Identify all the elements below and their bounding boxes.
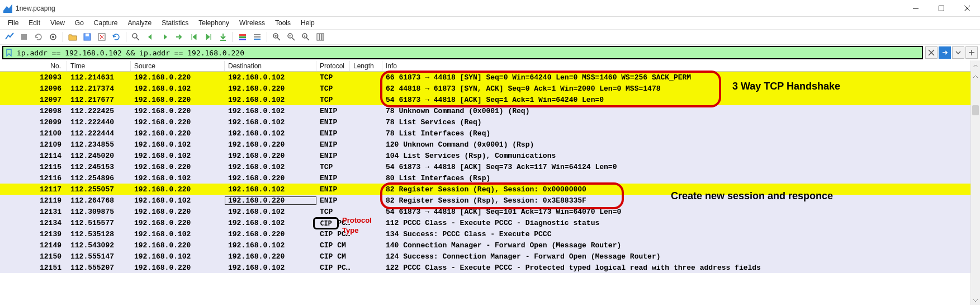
header-no[interactable]: No.: [0, 61, 67, 71]
menu-capture[interactable]: Capture: [89, 18, 122, 28]
go-back-icon[interactable]: [144, 31, 157, 43]
table-row[interactable]: 12117112.255057192.168.0.220192.168.0.10…: [0, 184, 980, 195]
svg-rect-4: [21, 34, 27, 40]
scroll-thumb[interactable]: [972, 105, 979, 115]
menu-edit[interactable]: Edit: [24, 18, 45, 28]
reload-icon[interactable]: [110, 31, 122, 43]
header-time[interactable]: Time: [67, 61, 131, 71]
zoom-reset-icon[interactable]: 1: [300, 31, 312, 43]
svg-rect-33: [322, 34, 324, 40]
table-row[interactable]: 12131112.309875192.168.0.220192.168.0.10…: [0, 206, 980, 217]
table-row[interactable]: 12114112.245020192.168.0.102192.168.0.22…: [0, 150, 980, 161]
table-row[interactable]: 12116112.254896192.168.0.102192.168.0.22…: [0, 172, 980, 184]
header-info[interactable]: Info: [382, 61, 980, 71]
filter-history-icon[interactable]: [952, 46, 964, 59]
colorize-icon[interactable]: [236, 31, 249, 43]
table-row[interactable]: 12115112.245153192.168.0.220192.168.0.10…: [0, 161, 980, 172]
go-forward-icon[interactable]: [159, 31, 171, 43]
start-capture-icon[interactable]: [3, 31, 16, 43]
app-icon: [3, 4, 12, 13]
menu-help[interactable]: Help: [296, 18, 319, 28]
svg-rect-20: [254, 39, 261, 40]
save-file-icon[interactable]: [81, 31, 93, 43]
go-to-packet-icon[interactable]: [173, 31, 186, 43]
table-row[interactable]: 12109112.234855192.168.0.102192.168.0.22…: [0, 139, 980, 150]
toolbar: 1: [0, 29, 980, 45]
titlebar: 1new.pcapng: [0, 0, 980, 17]
svg-rect-17: [239, 39, 246, 40]
svg-rect-8: [86, 34, 89, 36]
close-file-icon[interactable]: [96, 31, 108, 43]
table-row[interactable]: 12100112.222444192.168.0.220192.168.0.10…: [0, 128, 980, 139]
clear-filter-icon[interactable]: [925, 46, 938, 59]
header-length[interactable]: Length: [350, 61, 382, 71]
table-row[interactable]: 12150112.555147192.168.0.102192.168.0.22…: [0, 251, 980, 262]
table-row[interactable]: 12119112.264768192.168.0.102192.168.0.22…: [0, 195, 980, 206]
scroll-up-icon[interactable]: [971, 72, 980, 81]
packet-list: No. Time Source Destination Protocol Len…: [0, 60, 980, 305]
table-row[interactable]: 12151112.555207192.168.0.220192.168.0.10…: [0, 262, 980, 273]
svg-point-12: [132, 34, 137, 38]
display-filter-input[interactable]: [15, 48, 922, 58]
column-headers: No. Time Source Destination Protocol Len…: [0, 60, 980, 72]
go-last-icon[interactable]: [202, 31, 215, 43]
table-row[interactable]: 12099112.222440192.168.0.220192.168.0.10…: [0, 116, 980, 128]
svg-line-26: [292, 37, 295, 40]
header-source[interactable]: Source: [131, 61, 225, 71]
svg-rect-19: [254, 36, 261, 37]
svg-rect-18: [254, 34, 261, 35]
restart-capture-icon[interactable]: [32, 31, 45, 43]
menu-file[interactable]: File: [3, 18, 23, 28]
display-filter-wrap: [2, 46, 923, 59]
menu-statistics[interactable]: Statistics: [157, 18, 193, 28]
open-file-icon[interactable]: [67, 31, 79, 43]
svg-rect-32: [320, 34, 321, 40]
table-row[interactable]: 12096112.217374192.168.0.102192.168.0.22…: [0, 83, 980, 94]
svg-rect-31: [317, 34, 319, 40]
svg-rect-16: [239, 36, 246, 38]
svg-line-13: [136, 37, 139, 40]
menu-wireless[interactable]: Wireless: [235, 18, 269, 28]
bookmark-icon[interactable]: [3, 49, 15, 57]
table-row[interactable]: 12149112.543092192.168.0.220192.168.0.10…: [0, 240, 980, 251]
svg-rect-15: [239, 34, 246, 36]
window-title: 1new.pcapng: [16, 4, 903, 12]
filter-bar: [0, 45, 980, 60]
table-row[interactable]: 12098112.222425192.168.0.220192.168.0.10…: [0, 105, 980, 116]
go-first-icon[interactable]: [188, 31, 200, 43]
apply-filter-icon[interactable]: [939, 46, 951, 59]
svg-point-6: [52, 36, 54, 38]
menu-go[interactable]: Go: [70, 18, 88, 28]
svg-line-22: [277, 37, 280, 40]
capture-options-icon[interactable]: [47, 31, 59, 43]
menu-analyze[interactable]: Analyze: [124, 18, 157, 28]
menu-tools[interactable]: Tools: [271, 18, 295, 28]
header-destination[interactable]: Destination: [225, 61, 316, 71]
resize-columns-icon[interactable]: [314, 31, 326, 43]
menu-telephony[interactable]: Telephony: [194, 18, 234, 28]
svg-text:1: 1: [304, 34, 306, 37]
vertical-scrollbar[interactable]: [970, 72, 980, 305]
add-filter-button-icon[interactable]: [965, 46, 978, 59]
header-scroll-corner: [970, 60, 980, 72]
svg-line-29: [306, 37, 309, 40]
table-row[interactable]: 12134112.515577192.168.0.220192.168.0.10…: [0, 217, 980, 228]
close-button[interactable]: [954, 0, 980, 17]
autoscroll-live-icon[interactable]: [251, 31, 263, 43]
menubar: File Edit View Go Capture Analyze Statis…: [0, 17, 980, 29]
menu-view[interactable]: View: [46, 18, 69, 28]
minimize-button[interactable]: [903, 0, 929, 17]
table-row[interactable]: 12093112.214631192.168.0.220192.168.0.10…: [0, 72, 980, 83]
header-protocol[interactable]: Protocol: [316, 61, 350, 71]
zoom-out-icon[interactable]: [285, 31, 297, 43]
stop-capture-icon[interactable]: [18, 31, 30, 43]
table-row[interactable]: 12097112.217677192.168.0.220192.168.0.10…: [0, 94, 980, 105]
scroll-down-icon[interactable]: [971, 295, 980, 305]
zoom-in-icon[interactable]: [271, 31, 283, 43]
find-icon[interactable]: [130, 31, 142, 43]
svg-rect-1: [939, 6, 944, 11]
table-row[interactable]: 12139112.535128192.168.0.102192.168.0.22…: [0, 228, 980, 240]
auto-scroll-icon[interactable]: [217, 31, 229, 43]
maximize-button[interactable]: [929, 0, 954, 17]
